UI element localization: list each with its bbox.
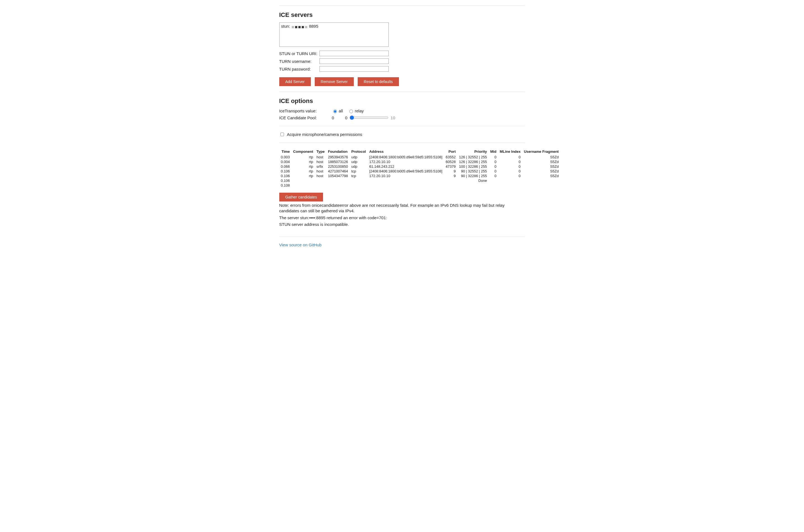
table-row: 0.106rtphost4271007464tcp[2408:8406:1800… xyxy=(279,169,561,174)
cell-component: rtp xyxy=(291,169,315,174)
uri-input[interactable] xyxy=(319,51,389,56)
cell-address: [2408:8406:1800:b005:d9e8:59d5:1855:5108… xyxy=(368,169,444,174)
cell-component: rtp xyxy=(291,174,315,178)
cell-protocol: tcp xyxy=(350,174,368,178)
cell-time: 0.106 xyxy=(279,169,292,174)
cell-port xyxy=(444,178,457,183)
gather-note: Note: errors from onicecandidateerror ab… xyxy=(279,203,525,214)
cell-foundation: 2953943576 xyxy=(326,155,350,159)
th-mid: Mid xyxy=(489,148,498,155)
cell-protocol: tcp xyxy=(350,169,368,174)
cell-ufrag: S5Zd xyxy=(522,164,561,169)
ice-servers-heading: ICE servers xyxy=(279,11,525,19)
th-type: Type xyxy=(315,148,326,155)
cell-foundation: 2253100850 xyxy=(326,164,350,169)
ice-server-entry-text: stun: xyxy=(281,24,290,28)
cell-component: rtp xyxy=(291,164,315,169)
table-row: 0.003rtphost2953943576udp[2408:8406:1800… xyxy=(279,155,561,159)
cell-address: 61.148.243.212 xyxy=(368,164,444,169)
cell-address: 172.20.10.10 xyxy=(368,174,444,178)
cell-port xyxy=(444,183,457,188)
cell-ufrag: S5Zd xyxy=(522,174,561,178)
th-component: Component xyxy=(291,148,315,155)
th-foundation: Foundation xyxy=(326,148,350,155)
cell-mline: 0 xyxy=(498,159,522,164)
cell-type: host xyxy=(315,174,326,178)
cell-mline: 0 xyxy=(498,174,522,178)
acquire-permissions-checkbox[interactable] xyxy=(280,133,284,136)
cell-priority: 90 | 32552 | 255 xyxy=(457,169,489,174)
cell-type xyxy=(315,183,326,188)
cell-priority: 126 | 32552 | 255 xyxy=(457,155,489,159)
cell-time: 0.003 xyxy=(279,155,292,159)
ice-transports-label: IceTransports value: xyxy=(279,109,332,113)
cell-foundation xyxy=(326,178,350,183)
cell-component xyxy=(291,178,315,183)
cell-priority: Done xyxy=(457,178,489,183)
ice-pool-slider[interactable] xyxy=(350,115,388,120)
cell-type xyxy=(315,178,326,183)
cell-component: rtp xyxy=(291,155,315,159)
cell-foundation: 1885073126 xyxy=(326,159,350,164)
candidates-table: Time Component Type Foundation Protocol … xyxy=(279,148,561,188)
radio-relay-label[interactable]: relay xyxy=(348,109,364,113)
add-server-button[interactable]: Add Server xyxy=(279,77,311,86)
cell-mline xyxy=(498,183,522,188)
cell-mid: 0 xyxy=(489,164,498,169)
radio-relay[interactable] xyxy=(349,110,353,113)
cell-address xyxy=(368,183,444,188)
cell-type: srflx xyxy=(315,164,326,169)
turn-username-label: TURN username: xyxy=(279,59,319,64)
cell-component: rtp xyxy=(291,159,315,164)
th-port: Port xyxy=(444,148,457,155)
radio-all-text: all xyxy=(339,109,343,113)
redacted-icon xyxy=(291,24,308,29)
cell-priority: 100 | 32286 | 255 xyxy=(457,164,489,169)
github-link[interactable]: View source on GitHub xyxy=(279,243,322,247)
reset-defaults-button[interactable]: Reset to defaults xyxy=(358,77,399,86)
cell-mid xyxy=(489,178,498,183)
turn-password-input[interactable] xyxy=(319,66,389,72)
cell-mid: 0 xyxy=(489,174,498,178)
ice-options-heading: ICE options xyxy=(279,97,525,104)
cell-time: 0.106 xyxy=(279,178,292,183)
cell-time: 0.066 xyxy=(279,164,292,169)
cell-ufrag: S5Zd xyxy=(522,169,561,174)
turn-password-label: TURN password: xyxy=(279,67,319,71)
acquire-permissions-label: Acquire microphone/camera permissions xyxy=(287,132,362,137)
th-ufrag: Username Fragment xyxy=(522,148,561,155)
cell-foundation: 1054347798 xyxy=(326,174,350,178)
ice-pool-max: 10 xyxy=(391,115,395,120)
ice-server-entry-port: 8895 xyxy=(309,24,318,28)
table-row: 0.106Done xyxy=(279,178,561,183)
cell-type: host xyxy=(315,159,326,164)
cell-priority xyxy=(457,183,489,188)
cell-ufrag xyxy=(522,183,561,188)
ice-pool-label: ICE Candidate Pool: xyxy=(279,115,332,120)
table-row: 0.066rtpsrflx2253100850udp61.148.243.212… xyxy=(279,164,561,169)
turn-username-input[interactable] xyxy=(319,58,389,64)
gather-candidates-button[interactable]: Gather candidates xyxy=(279,193,323,202)
cell-priority: 90 | 32286 | 255 xyxy=(457,174,489,178)
ice-server-entry[interactable]: stun: 8895 xyxy=(281,24,387,29)
th-address: Address xyxy=(368,148,444,155)
radio-relay-text: relay xyxy=(355,109,364,113)
table-row: 0.004rtphost1885073126udp172.20.10.10605… xyxy=(279,159,561,164)
cell-protocol xyxy=(350,183,368,188)
radio-all-label[interactable]: all xyxy=(332,109,343,113)
remove-server-button[interactable]: Remove Server xyxy=(315,77,354,86)
cell-mid: 0 xyxy=(489,155,498,159)
cell-type: host xyxy=(315,155,326,159)
cell-foundation: 4271007464 xyxy=(326,169,350,174)
cell-address: 172.20.10.10 xyxy=(368,159,444,164)
ice-servers-listbox[interactable]: stun: 8895 xyxy=(279,22,389,47)
cell-mline: 0 xyxy=(498,169,522,174)
cell-ufrag xyxy=(522,178,561,183)
th-time: Time xyxy=(279,148,292,155)
cell-mid xyxy=(489,183,498,188)
radio-all[interactable] xyxy=(333,110,337,113)
cell-ufrag: S5Zd xyxy=(522,155,561,159)
ice-pool-min: 0 xyxy=(345,115,347,120)
cell-port: 47379 xyxy=(444,164,457,169)
gather-error-line2: STUN server address is incompatible. xyxy=(279,222,525,227)
